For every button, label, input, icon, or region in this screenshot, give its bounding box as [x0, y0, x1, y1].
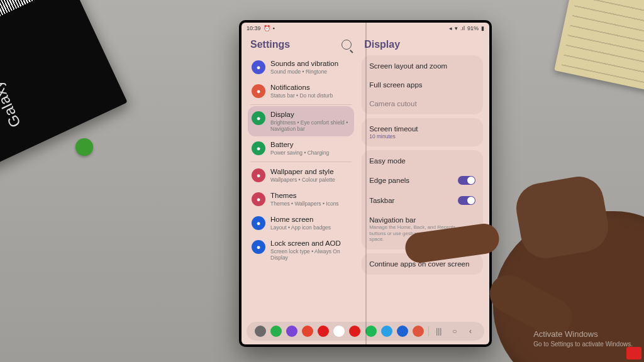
settings-item-title: Notifications — [270, 84, 333, 92]
card-continue-apps: Continue apps on cover screen — [362, 253, 483, 275]
dock-app-icon[interactable] — [318, 326, 329, 337]
dock-separator — [428, 326, 429, 336]
sound-icon: ● — [252, 60, 265, 74]
row-navigation-bar[interactable]: Navigation bar Manage the Home, Back, an… — [362, 211, 483, 248]
search-icon[interactable] — [341, 40, 352, 50]
dock-app-icon[interactable] — [413, 326, 424, 337]
signal-icon: .ıl — [460, 25, 465, 31]
settings-item-subtitle: Sound mode • Ringtone — [270, 69, 338, 75]
settings-item-battery[interactable]: ●BatteryPower saving • Charging — [248, 136, 354, 160]
settings-item-wallpaper-and-style[interactable]: ●Wallpaper and styleWallpapers • Colour … — [248, 163, 354, 187]
status-icon: ⏰ — [264, 25, 270, 31]
lock-icon: ● — [252, 240, 265, 254]
row-screen-layout-zoom[interactable]: Screen layout and zoom — [362, 57, 483, 75]
settings-item-title: Sounds and vibration — [270, 60, 338, 69]
row-easy-mode[interactable]: Easy mode — [362, 151, 483, 170]
notifications-icon: ● — [252, 84, 265, 98]
green-cap — [75, 138, 93, 156]
screen: 10:39 ⏰ ▪ ◂ ▾ .ıl 91% ▮ Settings ●Sounds… — [242, 23, 489, 344]
settings-item-title: Themes — [270, 192, 339, 200]
settings-item-subtitle: Layout • App icon badges — [270, 224, 331, 231]
list-separator — [250, 162, 352, 162]
row-continue-apps-cover[interactable]: Continue apps on cover screen — [362, 255, 483, 273]
settings-item-title: Wallpaper and style — [270, 168, 335, 177]
settings-list-pane: Settings ●Sounds and vibrationSound mode… — [242, 34, 358, 322]
settings-item-home-screen[interactable]: ●Home screenLayout • App icon badges — [248, 211, 354, 235]
home-icon: ● — [252, 216, 265, 230]
display-icon: ● — [252, 111, 265, 125]
tablet-device: 10:39 ⏰ ▪ ◂ ▾ .ıl 91% ▮ Settings ●Sounds… — [239, 20, 492, 347]
settings-item-subtitle: Power saving • Charging — [270, 150, 329, 156]
row-full-screen-apps[interactable]: Full screen apps — [362, 75, 483, 94]
settings-item-sounds-and-vibration[interactable]: ●Sounds and vibrationSound mode • Ringto… — [248, 55, 354, 79]
settings-item-themes[interactable]: ●ThemesThemes • Wallpapers • Icons — [248, 187, 354, 211]
settings-item-title: Lock screen and AOD — [270, 239, 350, 248]
battery-percent: 91% — [467, 25, 479, 31]
row-camera-cutout[interactable]: Camera cutout — [362, 94, 483, 113]
settings-item-notifications[interactable]: ●NotificationsStatus bar • Do not distur… — [248, 79, 354, 103]
taskbar-dock[interactable]: ||| ○ ‹ — [247, 322, 484, 341]
settings-item-subtitle: Screen lock type • Always On Display — [270, 248, 350, 261]
display-settings-pane: Display Screen layout and zoom Full scre… — [358, 34, 489, 322]
nav-recents[interactable]: ||| — [433, 327, 445, 336]
battery-icon: ▮ — [481, 25, 484, 31]
settings-item-subtitle: Status bar • Do not disturb — [270, 92, 333, 99]
status-icon: ▪ — [273, 25, 275, 31]
settings-item-subtitle: Brightness • Eye comfort shield • Naviga… — [270, 119, 350, 132]
corner-badge — [626, 347, 641, 359]
settings-item-title: Display — [270, 111, 350, 119]
taskbar-toggle[interactable] — [458, 196, 475, 205]
barcode — [0, 0, 55, 28]
row-edge-panels[interactable]: Edge panels — [362, 170, 483, 190]
product-box-label: Galaxy Z Fold6 — [0, 26, 25, 130]
settings-item-display[interactable]: ●DisplayBrightness • Eye comfort shield … — [248, 106, 354, 136]
card-screen-timeout: Screen timeout 10 minutes — [362, 118, 483, 146]
dock-app-icon[interactable] — [333, 326, 345, 337]
dock-app-icon[interactable] — [397, 326, 408, 337]
nav-home[interactable]: ○ — [449, 327, 460, 336]
dock-app-icon[interactable] — [349, 326, 360, 337]
card-screen-layout: Screen layout and zoom Full screen apps … — [362, 55, 483, 114]
status-bar: 10:39 ⏰ ▪ ◂ ▾ .ıl 91% ▮ — [242, 23, 489, 34]
dock-app-icon[interactable] — [381, 326, 392, 337]
row-taskbar[interactable]: Taskbar — [362, 190, 483, 211]
dock-app-icon[interactable] — [270, 326, 282, 337]
settings-item-lock-screen-and-aod[interactable]: ●Lock screen and AODScreen lock type • A… — [248, 235, 354, 265]
settings-title: Settings — [250, 39, 290, 50]
dock-app-icon[interactable] — [255, 326, 266, 337]
wallpaper-icon: ● — [252, 168, 265, 182]
settings-item-title: Home screen — [270, 216, 331, 224]
list-separator — [250, 104, 352, 105]
wifi-icon: ▾ — [455, 25, 458, 31]
settings-item-subtitle: Themes • Wallpapers • Icons — [270, 200, 339, 207]
dock-app-icon[interactable] — [365, 326, 377, 337]
network-icon: ◂ — [449, 25, 452, 31]
row-screen-timeout[interactable]: Screen timeout 10 minutes — [362, 119, 483, 145]
edge-panels-toggle[interactable] — [458, 176, 475, 185]
display-title: Display — [364, 39, 400, 50]
windows-watermark: Activate Windows Go to Settings to activ… — [533, 329, 633, 348]
themes-icon: ● — [252, 192, 265, 206]
status-time: 10:39 — [247, 25, 261, 31]
battery-icon: ● — [252, 141, 265, 155]
settings-item-title: Battery — [270, 141, 329, 150]
dock-app-icon[interactable] — [286, 326, 297, 337]
card-ui-options: Easy mode Edge panels Taskbar Navigation… — [362, 150, 483, 250]
dock-app-icon[interactable] — [302, 326, 313, 337]
settings-item-subtitle: Wallpapers • Colour palette — [270, 177, 335, 183]
nav-back[interactable]: ‹ — [465, 327, 476, 336]
